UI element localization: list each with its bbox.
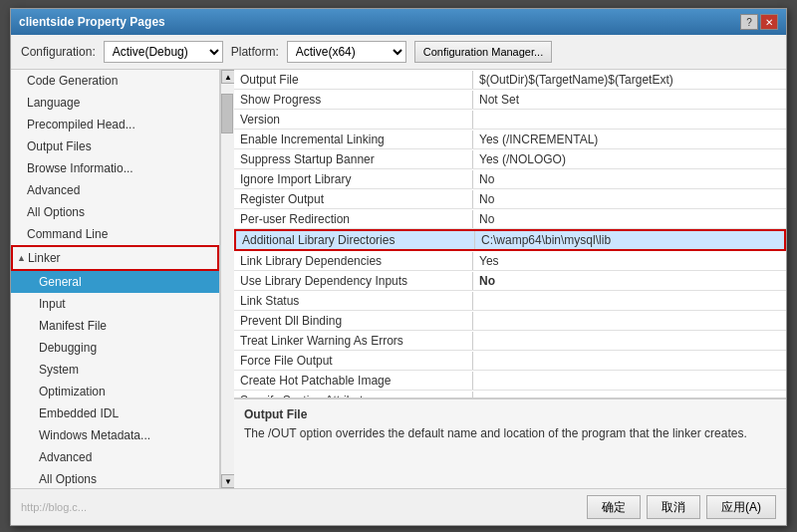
prop-value <box>473 319 786 323</box>
table-row[interactable]: Show ProgressNot Set <box>234 90 786 110</box>
table-row[interactable]: Specify Section Attributes <box>234 391 786 399</box>
table-row[interactable]: Output File$(OutDir)$(TargetName)$(Targe… <box>234 70 786 90</box>
sidebar-item[interactable]: All Options <box>11 201 219 223</box>
description-title: Output File <box>244 407 776 421</box>
prop-name: Output File <box>234 71 473 89</box>
prop-value <box>473 359 786 363</box>
scroll-track <box>221 84 234 474</box>
prop-value: No <box>473 170 786 188</box>
config-label: Configuration: <box>21 45 96 59</box>
prop-name: Treat Linker Warning As Errors <box>234 332 473 350</box>
prop-value <box>473 118 786 122</box>
apply-button[interactable]: 应用(A) <box>706 495 776 519</box>
sidebar-item[interactable]: General <box>11 271 219 293</box>
sidebar-wrapper: Code GenerationLanguagePrecompiled Head.… <box>11 70 234 488</box>
platform-label: Platform: <box>231 45 279 59</box>
table-row[interactable]: Enable Incremental LinkingYes (/INCREMEN… <box>234 130 786 149</box>
prop-name: Link Status <box>234 292 473 310</box>
ok-button[interactable]: 确定 <box>587 495 641 519</box>
prop-value: Yes <box>473 252 786 270</box>
close-button[interactable]: ✕ <box>760 14 778 30</box>
properties-table: Output File$(OutDir)$(TargetName)$(Targe… <box>234 70 786 399</box>
prop-name: Specify Section Attributes <box>234 392 473 399</box>
table-row[interactable]: Version <box>234 110 786 130</box>
table-row[interactable]: Link Library DependenciesYes <box>234 251 786 271</box>
table-row[interactable]: Register OutputNo <box>234 189 786 209</box>
prop-value <box>473 379 786 383</box>
description-panel: Output File The /OUT option overrides th… <box>234 399 786 488</box>
table-row[interactable]: Link Status <box>234 291 786 311</box>
scroll-thumb[interactable] <box>221 94 233 133</box>
window-title: clientside Property Pages <box>19 15 165 29</box>
prop-value <box>473 299 786 303</box>
scroll-up-button[interactable]: ▲ <box>221 70 235 84</box>
sidebar-item[interactable]: Input <box>11 293 219 315</box>
footer: http://blog.c... 确定 取消 应用(A) <box>11 488 786 525</box>
prop-name: Force File Output <box>234 352 473 370</box>
sidebar-item[interactable]: Embedded IDL <box>11 402 219 424</box>
table-row[interactable]: Create Hot Patchable Image <box>234 371 786 391</box>
prop-name: Per-user Redirection <box>234 210 473 228</box>
table-row[interactable]: Ignore Import LibraryNo <box>234 169 786 189</box>
table-row[interactable]: Additional Library DirectoriesC:\wamp64\… <box>234 229 786 251</box>
content-area: Output File$(OutDir)$(TargetName)$(Targe… <box>234 70 786 488</box>
prop-name: Register Output <box>234 190 473 208</box>
prop-name: Prevent Dll Binding <box>234 312 473 330</box>
prop-name: Suppress Startup Banner <box>234 150 473 168</box>
sidebar-item[interactable]: Optimization <box>11 381 219 402</box>
prop-value: No <box>473 272 786 290</box>
title-bar-left: clientside Property Pages <box>19 15 165 29</box>
prop-name: Additional Library Directories <box>236 231 475 249</box>
prop-name: Version <box>234 111 473 129</box>
sidebar-item[interactable]: Debugging <box>11 337 219 359</box>
toolbar: Configuration: Active(Debug) Platform: A… <box>11 35 786 70</box>
prop-name: Enable Incremental Linking <box>234 131 473 148</box>
sidebar-item[interactable]: System <box>11 359 219 381</box>
sidebar-item[interactable]: Advanced <box>11 179 219 201</box>
table-row[interactable]: Force File Output <box>234 351 786 371</box>
platform-select[interactable]: Active(x64) <box>287 41 406 63</box>
title-buttons: ? ✕ <box>740 14 778 30</box>
prop-value: Not Set <box>473 91 786 109</box>
sidebar-scrollbar[interactable]: ▲ ▼ <box>220 70 234 488</box>
table-row[interactable]: Treat Linker Warning As Errors <box>234 331 786 351</box>
prop-name: Create Hot Patchable Image <box>234 372 473 390</box>
cancel-button[interactable]: 取消 <box>647 495 700 519</box>
description-text: The /OUT option overrides the default na… <box>244 425 776 441</box>
sidebar: Code GenerationLanguagePrecompiled Head.… <box>11 70 220 488</box>
main-window: clientside Property Pages ? ✕ Configurat… <box>10 8 787 526</box>
table-row[interactable]: Prevent Dll Binding <box>234 311 786 331</box>
sidebar-item[interactable]: ▲Linker <box>11 245 219 271</box>
sidebar-item[interactable]: Manifest File <box>11 315 219 337</box>
sidebar-item[interactable]: Language <box>11 92 219 114</box>
sidebar-item[interactable]: Precompiled Head... <box>11 114 219 135</box>
help-button[interactable]: ? <box>740 14 758 30</box>
sidebar-item[interactable]: Code Generation <box>11 70 219 92</box>
prop-value: Yes (/INCREMENTAL) <box>473 131 786 148</box>
prop-value: No <box>473 210 786 228</box>
sidebar-item[interactable]: Output Files <box>11 135 219 157</box>
prop-value: No <box>473 190 786 208</box>
prop-value: Yes (/NOLOGO) <box>473 150 786 168</box>
prop-name: Use Library Dependency Inputs <box>234 272 473 290</box>
sidebar-item[interactable]: All Options <box>11 468 219 488</box>
prop-name: Ignore Import Library <box>234 170 473 188</box>
table-row[interactable]: Suppress Startup BannerYes (/NOLOGO) <box>234 149 786 169</box>
prop-name: Show Progress <box>234 91 473 109</box>
prop-value: C:\wamp64\bin\mysql\lib <box>475 231 784 249</box>
main-content: Code GenerationLanguagePrecompiled Head.… <box>11 70 786 488</box>
prop-value: $(OutDir)$(TargetName)$(TargetExt) <box>473 71 786 89</box>
table-row[interactable]: Per-user RedirectionNo <box>234 209 786 229</box>
sidebar-item[interactable]: Browse Informatio... <box>11 157 219 179</box>
sidebar-item[interactable]: Advanced <box>11 446 219 468</box>
prop-value <box>473 339 786 343</box>
prop-name: Link Library Dependencies <box>234 252 473 270</box>
sidebar-item[interactable]: Windows Metadata... <box>11 424 219 446</box>
scroll-down-button[interactable]: ▼ <box>221 474 235 488</box>
table-row[interactable]: Use Library Dependency InputsNo <box>234 271 786 291</box>
sidebar-item[interactable]: Command Line <box>11 223 219 245</box>
watermark: http://blog.c... <box>21 501 581 513</box>
config-select[interactable]: Active(Debug) <box>104 41 223 63</box>
title-bar: clientside Property Pages ? ✕ <box>11 9 786 35</box>
config-manager-button[interactable]: Configuration Manager... <box>414 41 552 63</box>
